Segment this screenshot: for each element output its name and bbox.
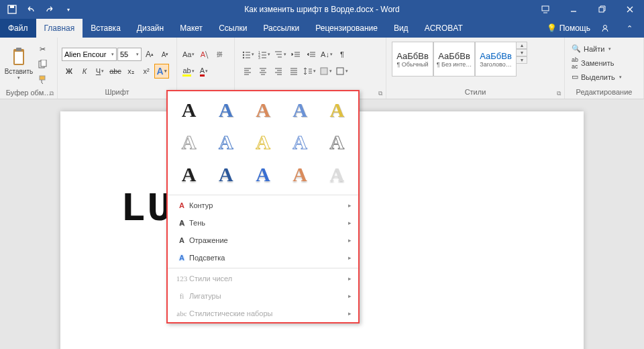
italic-label: К	[83, 67, 87, 75]
effect-preset-1-2[interactable]: A	[244, 126, 281, 158]
effect-preset-0-0[interactable]: A	[170, 94, 207, 126]
effect-preset-2-4[interactable]: A	[319, 158, 356, 191]
replace-button[interactable]: abacЗаменить	[569, 56, 639, 70]
justify-icon[interactable]	[286, 64, 301, 79]
qat-customize-icon[interactable]: ▾	[60, 1, 76, 17]
svg-rect-17	[321, 68, 327, 74]
cursor-icon: ▭	[572, 72, 578, 81]
text-effects-button[interactable]: A	[154, 64, 169, 79]
highlight-button[interactable]: ab	[181, 64, 196, 79]
tab-home[interactable]: Главная	[36, 19, 83, 38]
undo-icon[interactable]	[23, 1, 39, 17]
italic-button[interactable]: К	[77, 64, 92, 79]
font-name-select[interactable]: Alien Encour▾	[62, 48, 117, 61]
svg-point-12	[243, 54, 244, 56]
effect-preset-0-3[interactable]: A	[282, 94, 319, 126]
align-right-icon[interactable]	[271, 64, 286, 79]
change-case-button[interactable]: Aa	[181, 47, 196, 62]
clear-format-icon[interactable]: A⧹	[197, 47, 211, 62]
tab-view[interactable]: Вид	[386, 19, 417, 38]
effect-preset-2-0[interactable]: A	[170, 158, 207, 191]
multilevel-button[interactable]	[272, 47, 288, 62]
line-spacing-button[interactable]	[302, 64, 317, 79]
font-color-button[interactable]: A	[197, 64, 211, 79]
menu-reflection[interactable]: AОтражение▸	[168, 232, 358, 249]
find-button[interactable]: 🔍Найти▾	[569, 42, 639, 56]
save-icon[interactable]	[4, 1, 20, 17]
tab-layout[interactable]: Макет	[172, 19, 211, 38]
ribbon-options-icon[interactable]	[531, 0, 559, 19]
superscript-button[interactable]: x²	[139, 64, 154, 79]
borders-button[interactable]	[334, 64, 350, 79]
inc-indent-icon[interactable]	[304, 47, 319, 62]
styles-down-icon[interactable]: ▾	[517, 49, 527, 56]
copy-icon[interactable]	[35, 57, 50, 72]
stylistic-icon: abc	[174, 309, 189, 317]
tab-file[interactable]: Файл	[0, 19, 36, 38]
menu-shadow[interactable]: AТень▸	[168, 214, 358, 232]
styles-launcher-icon[interactable]: ⧉	[555, 89, 563, 97]
style-nospacing[interactable]: АаБбВв¶ Без инте…	[433, 42, 475, 77]
styles-more-icon[interactable]: ▾	[517, 56, 527, 64]
effect-preset-1-4[interactable]: A	[319, 126, 356, 158]
menu-ligatures: fiЛигатуры▸	[168, 287, 358, 305]
format-painter-icon[interactable]	[35, 72, 50, 87]
paragraph-launcher-icon[interactable]: ⧉	[376, 89, 384, 97]
show-marks-icon[interactable]: ¶	[335, 47, 350, 62]
subscript-button[interactable]: x₂	[123, 64, 138, 79]
tab-insert[interactable]: Вставка	[83, 19, 129, 38]
select-button[interactable]: ▭Выделить▾	[569, 70, 639, 84]
redo-icon[interactable]	[42, 1, 58, 17]
underline-button[interactable]: Ч	[93, 64, 107, 79]
effect-preset-0-4[interactable]: A	[319, 94, 356, 126]
restore-icon[interactable]	[588, 0, 616, 19]
tab-design[interactable]: Дизайн	[129, 19, 172, 38]
close-icon[interactable]	[616, 0, 644, 19]
group-font: Alien Encour▾ 55▾ A▴ A▾ Ж К Ч abc x₂ x² …	[58, 38, 177, 99]
font-size-select[interactable]: 55▾	[117, 48, 142, 61]
dec-indent-icon[interactable]	[288, 47, 303, 62]
effect-preset-2-3[interactable]: A	[282, 158, 319, 191]
sort-icon[interactable]: A↓	[319, 47, 334, 62]
effect-preset-1-0[interactable]: A	[170, 126, 207, 158]
menu-glow[interactable]: AПодсветка▸	[168, 249, 358, 266]
tab-review[interactable]: Рецензирование	[307, 19, 386, 38]
clipboard-launcher-icon[interactable]: ⧉	[48, 89, 56, 97]
shrink-font-icon[interactable]: A▾	[158, 47, 172, 62]
collapse-ribbon-icon[interactable]: ⌃	[620, 19, 639, 38]
effect-preset-1-1[interactable]: A	[207, 126, 244, 158]
align-center-icon[interactable]	[256, 64, 270, 79]
tab-acrobat[interactable]: ACROBAT	[417, 19, 471, 38]
tab-references[interactable]: Ссылки	[211, 19, 255, 38]
paste-button[interactable]: Вставить ▾	[3, 39, 35, 87]
menu-outline[interactable]: AКонтур▸	[168, 197, 358, 214]
style-normal[interactable]: АаБбВв¶ Обычный	[392, 42, 433, 77]
minimize-icon[interactable]	[559, 0, 588, 19]
tell-me[interactable]: 💡 Помощь	[547, 23, 590, 33]
effect-preset-0-1[interactable]: A	[207, 94, 244, 126]
strike-button[interactable]: abc	[108, 64, 123, 79]
cut-icon[interactable]: ✂	[35, 42, 50, 56]
effect-preset-2-2[interactable]: A	[244, 158, 281, 191]
align-left-icon[interactable]	[240, 64, 255, 79]
lightbulb-icon: 💡	[547, 23, 557, 33]
grow-font-icon[interactable]: A▴	[142, 47, 157, 62]
effect-preset-2-1[interactable]: A	[207, 158, 244, 191]
share-icon[interactable]	[596, 19, 614, 38]
search-icon: 🔍	[572, 44, 581, 53]
replace-label: Заменить	[581, 59, 614, 67]
bold-button[interactable]: Ж	[62, 64, 76, 79]
tab-mailings[interactable]: Рассылки	[255, 19, 307, 38]
svg-point-13	[243, 57, 244, 58]
shading-button[interactable]	[318, 64, 333, 79]
style-heading1[interactable]: АаБбВвЗаголово…	[475, 42, 517, 77]
num-styles-icon: 123	[174, 275, 189, 283]
styles-up-icon[interactable]: ▴	[517, 42, 527, 49]
bullets-button[interactable]	[240, 47, 256, 62]
svg-point-4	[604, 26, 607, 29]
effect-preset-1-3[interactable]: A	[282, 126, 319, 158]
phonetic-icon[interactable]: 拼	[212, 47, 227, 62]
group-clipboard: Вставить ▾ ✂ Буфер обм… ⧉	[0, 38, 58, 99]
effect-preset-0-2[interactable]: A	[244, 94, 281, 126]
numbering-button[interactable]: 123	[256, 47, 272, 62]
